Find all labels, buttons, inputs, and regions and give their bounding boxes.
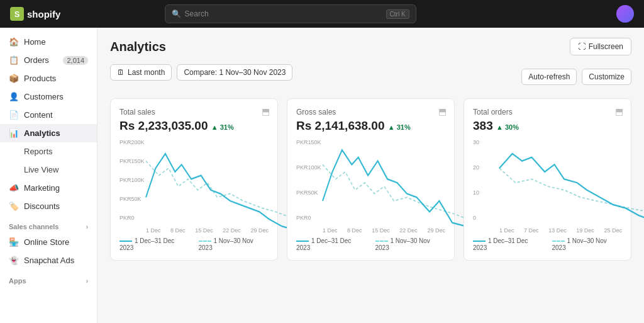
sidebar-label-reports: Reports bbox=[24, 147, 53, 156]
sidebar-label-home: Home bbox=[24, 37, 46, 47]
gross-sales-title: Gross sales bbox=[296, 108, 445, 116]
home-icon: 🏠 bbox=[9, 37, 19, 47]
total-orders-svg bbox=[499, 139, 644, 234]
date-filter-button[interactable]: 🗓 Last month bbox=[110, 64, 172, 81]
gross-sales-change: ▲ 31% bbox=[388, 123, 411, 131]
marketing-icon: 📣 bbox=[9, 183, 19, 193]
sidebar-label-online-store: Online Store bbox=[24, 237, 69, 247]
total-orders-chart: 30 20 10 0 1 Dec 7 Dec 13 Dec 19 Dec 25 … bbox=[473, 139, 622, 234]
sidebar-item-discounts[interactable]: 🏷️ Discounts bbox=[0, 197, 97, 215]
total-orders-legend: 1 Dec–31 Dec 2023 1 Nov–30 Nov 2023 bbox=[473, 237, 622, 251]
sales-channels-label: Sales channels bbox=[9, 223, 59, 230]
analytics-icon: 📊 bbox=[9, 128, 19, 138]
gross-sales-legend: 1 Dec–31 Dec 2023 1 Nov–30 Nov 2023 bbox=[296, 237, 445, 251]
total-sales-yaxis: PKR200K PKR150K PKR100K PKR50K PKR0 bbox=[119, 139, 146, 221]
auto-refresh-button[interactable]: Auto-refresh bbox=[521, 69, 577, 85]
snapchat-icon: 👻 bbox=[9, 256, 19, 265]
total-orders-change: ▲ 30% bbox=[496, 123, 519, 131]
compare-filter-button[interactable]: Compare: 1 Nov–30 Nov 2023 bbox=[177, 64, 292, 81]
sidebar-label-analytics: Analytics bbox=[24, 128, 60, 138]
fullscreen-button[interactable]: ⛶ Fullscreen bbox=[570, 38, 631, 55]
shopify-logo-icon: S bbox=[10, 7, 24, 21]
compare-filter-label: Compare: 1 Nov–30 Nov 2023 bbox=[184, 68, 286, 77]
gross-sales-svg bbox=[323, 139, 472, 234]
sidebar-item-snapchat[interactable]: 👻 Snapchat Ads bbox=[0, 251, 97, 269]
shopify-logo-text: shopify bbox=[27, 9, 60, 20]
sidebar-item-customers[interactable]: 👤 Customers bbox=[0, 88, 97, 106]
sidebar: 🏠 Home 📋 Orders 2,014 📦 Products 👤 Custo… bbox=[0, 28, 97, 323]
total-orders-yaxis: 30 20 10 0 bbox=[473, 139, 499, 221]
customize-button[interactable]: Customize bbox=[582, 69, 631, 85]
sidebar-label-snapchat: Snapchat Ads bbox=[24, 256, 74, 265]
customers-icon: 👤 bbox=[9, 92, 19, 101]
page-header: Analytics ⛶ Fullscreen bbox=[110, 38, 631, 55]
action-row: Auto-refresh Customize bbox=[521, 69, 631, 85]
total-orders-title: Total orders bbox=[473, 108, 622, 116]
total-sales-card: Total sales Rs 2,233,035.00 ▲ 31% ⬒ PKR2… bbox=[110, 98, 278, 261]
search-shortcut: Ctrl K bbox=[386, 9, 409, 19]
total-sales-chart: PKR200K PKR150K PKR100K PKR50K PKR0 1 De… bbox=[119, 139, 269, 234]
search-placeholder: Search bbox=[185, 9, 209, 18]
gross-sales-value: Rs 2,141,638.00 ▲ 31% bbox=[296, 119, 445, 133]
total-sales-svg bbox=[146, 139, 295, 234]
nav-right bbox=[616, 5, 634, 23]
total-orders-card: Total orders 383 ▲ 30% ⬒ 30 20 10 0 1 De… bbox=[464, 98, 631, 261]
sidebar-item-orders[interactable]: 📋 Orders 2,014 bbox=[0, 51, 97, 69]
shopify-logo: S shopify bbox=[10, 7, 60, 21]
sidebar-label-liveview: Live View bbox=[24, 165, 58, 174]
sidebar-item-products[interactable]: 📦 Products bbox=[0, 69, 97, 88]
apps-label: Apps bbox=[9, 277, 26, 285]
fullscreen-icon: ⛶ bbox=[578, 42, 586, 51]
total-sales-change: ▲ 31% bbox=[211, 123, 234, 131]
sidebar-label-customers: Customers bbox=[24, 92, 64, 101]
total-sales-export-icon[interactable]: ⬒ bbox=[262, 106, 270, 116]
page-title: Analytics bbox=[110, 40, 166, 54]
sidebar-item-reports[interactable]: Reports bbox=[0, 142, 97, 161]
total-sales-title: Total sales bbox=[119, 108, 269, 116]
total-sales-value: Rs 2,233,035.00 ▲ 31% bbox=[119, 119, 269, 133]
total-orders-value: 383 ▲ 30% bbox=[473, 119, 622, 133]
content-area: Analytics ⛶ Fullscreen 🗓 Last month Comp… bbox=[97, 28, 644, 323]
search-bar[interactable]: 🔍 Search Ctrl K bbox=[165, 4, 416, 23]
sidebar-item-home[interactable]: 🏠 Home bbox=[0, 33, 97, 51]
sidebar-item-content[interactable]: 📄 Content bbox=[0, 106, 97, 124]
orders-icon: 📋 bbox=[9, 55, 19, 65]
top-nav: S shopify 🔍 Search Ctrl K bbox=[0, 0, 644, 28]
calendar-icon: 🗓 bbox=[117, 68, 125, 77]
fullscreen-label: Fullscreen bbox=[589, 42, 623, 51]
sidebar-item-liveview[interactable]: Live View bbox=[0, 161, 97, 179]
sidebar-label-content: Content bbox=[24, 110, 53, 120]
user-avatar[interactable] bbox=[616, 5, 634, 23]
gross-sales-card: Gross sales Rs 2,141,638.00 ▲ 31% ⬒ PKR1… bbox=[287, 98, 455, 261]
sidebar-item-analytics[interactable]: 📊 Analytics bbox=[0, 124, 97, 142]
chevron-icon: › bbox=[86, 224, 88, 230]
sidebar-item-marketing[interactable]: 📣 Marketing bbox=[0, 179, 97, 197]
sidebar-label-products: Products bbox=[24, 74, 56, 83]
apps-chevron-icon: › bbox=[86, 278, 88, 285]
apps-section: Apps › bbox=[0, 269, 97, 287]
customize-label: Customize bbox=[589, 72, 625, 81]
total-orders-export-icon[interactable]: ⬒ bbox=[615, 106, 623, 116]
products-icon: 📦 bbox=[9, 74, 19, 83]
sidebar-label-orders: Orders bbox=[24, 55, 49, 65]
cards-row: Total sales Rs 2,233,035.00 ▲ 31% ⬒ PKR2… bbox=[110, 98, 631, 261]
sales-channels-section: Sales channels › bbox=[0, 215, 97, 233]
gross-sales-chart: PKR150K PKR100K PKR50K PKR0 1 Dec 8 Dec … bbox=[296, 139, 445, 234]
sidebar-label-marketing: Marketing bbox=[24, 183, 60, 193]
gross-sales-export-icon[interactable]: ⬒ bbox=[438, 106, 447, 116]
main-layout: 🏠 Home 📋 Orders 2,014 📦 Products 👤 Custo… bbox=[0, 28, 644, 323]
auto-refresh-label: Auto-refresh bbox=[528, 72, 570, 81]
sidebar-label-discounts: Discounts bbox=[24, 201, 60, 211]
gross-sales-yaxis: PKR150K PKR100K PKR50K PKR0 bbox=[296, 139, 323, 221]
total-sales-legend: 1 Dec–31 Dec 2023 1 Nov–30 Nov 2023 bbox=[119, 237, 269, 251]
date-filter-label: Last month bbox=[128, 68, 165, 77]
search-icon: 🔍 bbox=[172, 9, 181, 18]
filter-row: 🗓 Last month Compare: 1 Nov–30 Nov 2023 bbox=[110, 64, 292, 81]
sidebar-item-online-store[interactable]: 🏪 Online Store bbox=[0, 233, 97, 251]
online-store-icon: 🏪 bbox=[9, 237, 19, 247]
discounts-icon: 🏷️ bbox=[9, 201, 19, 211]
orders-badge: 2,014 bbox=[63, 56, 88, 65]
content-icon: 📄 bbox=[9, 110, 19, 120]
